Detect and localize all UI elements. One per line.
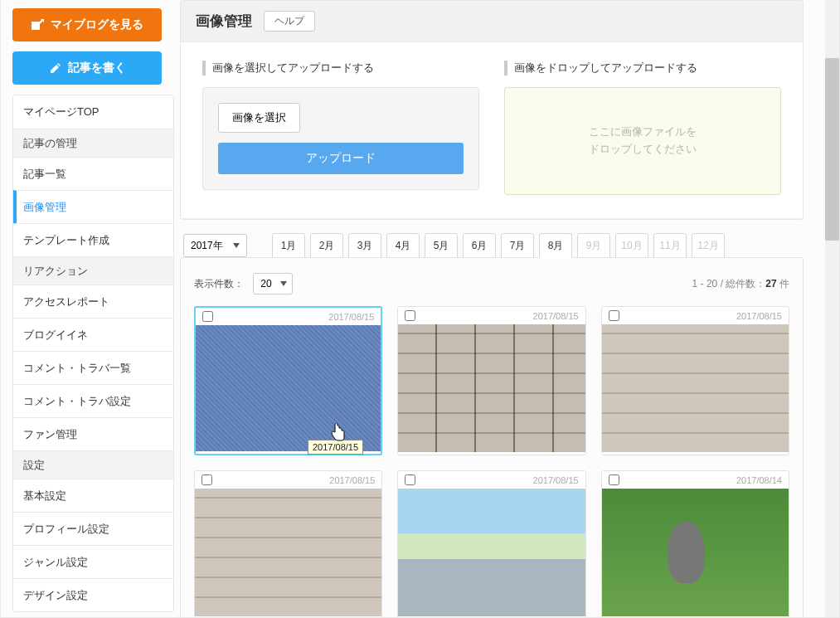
help-button[interactable]: ヘルプ [264,11,315,32]
per-page-wrap: 表示件数： 20 [194,273,293,294]
thumb-checkbox[interactable] [202,474,212,485]
month-tab-4[interactable]: 4月 [386,233,420,258]
thumb-checkbox[interactable] [609,474,619,485]
nav: マイページTOP 記事の管理 記事一覧 画像管理 テンプレート作成 リアクション… [12,95,174,612]
thumb-header: 2017/08/15 [195,471,381,489]
nav-section-reaction: リアクション [13,256,173,285]
thumb-date: 2017/08/15 [736,311,782,321]
year-select[interactable]: 2017年 [183,234,247,257]
month-tab-7[interactable]: 7月 [501,233,534,258]
main: 画像管理 ヘルプ 画像を選択してアップロードする 画像を選択 アップロード 画像… [175,0,839,617]
thumb-image [398,324,585,452]
date-tooltip: 2017/08/15 [308,440,363,455]
dropzone-text-1: ここに画像ファイルを [589,124,697,141]
image-thumb[interactable]: 2017/08/15 [397,306,585,455]
page-range: 1 - 20 / 総件数： [692,278,766,290]
thumb-checkbox[interactable] [405,474,415,485]
thumb-date: 2017/08/15 [533,311,579,321]
thumb-date: 2017/08/15 [533,475,579,485]
thumb-date: 2017/08/14 [736,475,782,485]
month-tab-11: 11月 [653,233,687,258]
nav-profile-setting[interactable]: プロフィール設定 [13,512,173,545]
nav-section-settings: 設定 [13,450,173,479]
content-card: 画像管理 ヘルプ 画像を選択してアップロードする 画像を選択 アップロード 画像… [180,0,804,220]
thumb-header: 2017/08/14 [602,471,789,489]
thumb-checkbox[interactable] [609,310,619,321]
image-thumb[interactable]: 2017/08/15 [397,470,585,617]
page-title: 画像管理 [196,12,252,31]
thumb-header: 2017/08/15 [398,307,585,324]
external-link-icon [31,19,44,31]
tabs-row: 2017年 1月2月3月4月5月6月7月8月9月10月11月12月 [180,220,834,258]
write-post-button[interactable]: 記事を書く [12,51,162,85]
month-tab-3[interactable]: 3月 [348,233,381,258]
month-tab-12: 12月 [692,233,725,258]
upload-drop-title: 画像をドロップしてアップロードする [504,61,781,75]
upload-select-card: 画像を選択 アップロード [202,87,479,190]
thumb-image [195,489,381,616]
nav-comment-list[interactable]: コメント・トラバ一覧 [13,351,173,384]
nav-genre-setting[interactable]: ジャンル設定 [13,545,173,578]
nav-comment-setting[interactable]: コメント・トラバ設定 [13,384,173,417]
thumb-image [196,325,381,451]
upload-select-title: 画像を選択してアップロードする [202,61,479,75]
upload-button[interactable]: アップロード [218,143,464,174]
upload-select-col: 画像を選択してアップロードする 画像を選択 アップロード [202,61,479,195]
nav-template[interactable]: テンプレート作成 [13,223,173,256]
thumb-checkbox[interactable] [202,311,213,322]
month-tab-10: 10月 [615,233,648,258]
thumb-image [602,489,789,616]
image-thumb[interactable]: 2017/08/15 [194,470,382,617]
image-thumb[interactable]: 2017/08/15 [601,306,789,455]
thumb-header: 2017/08/15 [196,308,381,325]
image-thumb[interactable]: 2017/08/14 [601,470,789,617]
nav-basic-setting[interactable]: 基本設定 [13,479,173,512]
nav-image-mgmt[interactable]: 画像管理 [13,190,173,223]
month-tab-5[interactable]: 5月 [425,233,458,258]
pick-image-button[interactable]: 画像を選択 [218,103,300,133]
dropzone-text-2: ドロップしてください [589,141,697,158]
grid-panel: 表示件数： 20 1 - 20 / 総件数：27 件 2017/08/15201… [180,257,804,617]
page-unit: 件 [777,278,789,290]
nav-access-report[interactable]: アクセスレポート [13,285,173,318]
pigeon-icon [668,521,705,583]
page-total: 27 [765,278,776,290]
image-grid: 2017/08/152017/08/152017/08/152017/08/15… [194,306,789,617]
dropzone[interactable]: ここに画像ファイルを ドロップしてください [504,87,781,195]
thumb-date: 2017/08/15 [329,475,375,485]
thumb-header: 2017/08/15 [398,471,585,489]
month-tab-6[interactable]: 6月 [463,233,496,258]
image-thumb[interactable]: 2017/08/15 [194,306,382,455]
nav-design-setting[interactable]: デザイン設定 [13,578,173,611]
scrollbar-thumb[interactable] [825,58,839,241]
thumb-image [602,324,789,452]
view-blog-label: マイブログを見る [51,17,143,32]
month-tab-2[interactable]: 2月 [310,233,343,258]
title-bar: 画像管理 ヘルプ [181,1,803,42]
view-blog-button[interactable]: マイブログを見る [12,8,162,41]
month-tab-8[interactable]: 8月 [539,233,572,258]
cursor-pointer-icon [330,423,345,441]
nav-mypage-top[interactable]: マイページTOP [13,95,173,129]
thumb-date: 2017/08/15 [328,312,374,322]
month-tabs: 1月2月3月4月5月6月7月8月9月10月11月12月 [272,233,725,258]
thumb-header: 2017/08/15 [602,307,789,324]
upload-drop-col: 画像をドロップしてアップロードする ここに画像ファイルを ドロップしてください [504,61,781,195]
thumb-image [398,489,585,616]
page-count: 1 - 20 / 総件数：27 件 [692,277,789,291]
nav-section-posts: 記事の管理 [13,129,173,157]
pencil-icon [49,62,61,75]
grid-header: 表示件数： 20 1 - 20 / 総件数：27 件 [194,273,789,294]
nav-post-list[interactable]: 記事一覧 [13,157,173,190]
nav-blog-iine[interactable]: ブログイイネ [13,318,173,351]
month-tab-1[interactable]: 1月 [272,233,305,258]
nav-fan-mgmt[interactable]: ファン管理 [13,417,173,450]
thumb-checkbox[interactable] [405,310,415,321]
sidebar: マイブログを見る 記事を書く マイページTOP 記事の管理 記事一覧 画像管理 … [1,0,175,617]
upload-row: 画像を選択してアップロードする 画像を選択 アップロード 画像をドロップしてアッ… [181,42,803,219]
month-tab-9: 9月 [577,233,610,258]
write-post-label: 記事を書く [68,61,126,75]
per-page-select[interactable]: 20 [253,273,293,294]
per-page-label: 表示件数： [194,278,244,290]
